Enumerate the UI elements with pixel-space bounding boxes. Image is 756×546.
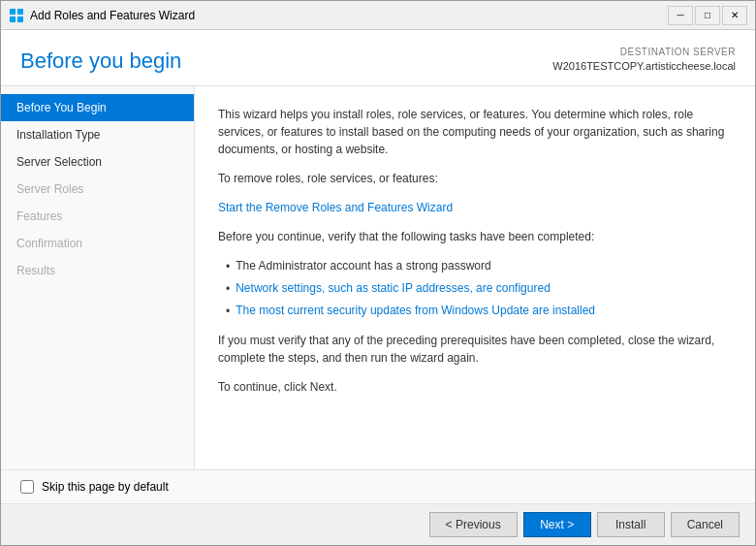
maximize-button[interactable]: □ (695, 6, 720, 25)
sidebar-item-server-roles: Server Roles (1, 176, 194, 203)
intro-paragraph: This wizard helps you install roles, rol… (218, 106, 732, 158)
continue-paragraph: To continue, click Next. (218, 378, 732, 396)
svg-rect-3 (17, 16, 23, 22)
remove-wizard-link[interactable]: Start the Remove Roles and Features Wiza… (218, 201, 453, 214)
skip-checkbox-label[interactable]: Skip this page by default (42, 480, 169, 494)
bullet-text-1: The Administrator account has a strong p… (236, 257, 490, 274)
bullet-text-2: Network settings, such as static IP addr… (236, 279, 551, 297)
page-title: Before you begin (20, 48, 181, 74)
list-item: • The Administrator account has a strong… (226, 257, 732, 275)
verify-close-paragraph: If you must verify that any of the prece… (218, 332, 732, 367)
sidebar-item-before-you-begin[interactable]: Before You Begin (1, 94, 194, 121)
sidebar: Before You Begin Installation Type Serve… (1, 86, 195, 469)
skip-checkbox-row: Skip this page by default (1, 470, 755, 503)
app-icon (9, 8, 24, 23)
bullet-dot-3: • (226, 303, 230, 320)
prerequisites-list: • The Administrator account has a strong… (226, 257, 732, 320)
sidebar-item-confirmation: Confirmation (1, 230, 194, 257)
list-item: • Network settings, such as static IP ad… (226, 279, 732, 298)
content-area: Before You Begin Installation Type Serve… (1, 86, 755, 469)
sidebar-item-results: Results (1, 257, 194, 284)
destination-name: W2016TESTCOPY.artisticcheese.local (552, 59, 736, 74)
svg-rect-0 (10, 9, 16, 15)
bullet-text-3: The most current security updates from W… (236, 302, 595, 319)
sidebar-item-features: Features (1, 203, 194, 230)
sidebar-item-server-selection[interactable]: Server Selection (1, 148, 194, 176)
verify-paragraph: Before you continue, verify that the fol… (218, 228, 732, 245)
footer-button-row: < Previous Next > Install Cancel (1, 503, 755, 545)
bullet-dot-2: • (226, 280, 230, 298)
title-bar: Add Roles and Features Wizard ─ □ ✕ (1, 1, 755, 30)
install-button[interactable]: Install (597, 512, 665, 537)
destination-label: DESTINATION SERVER (552, 46, 736, 59)
next-button[interactable]: Next > (523, 512, 591, 537)
window-title: Add Roles and Features Wizard (30, 9, 668, 22)
svg-rect-1 (17, 9, 23, 15)
minimize-button[interactable]: ─ (668, 6, 693, 25)
destination-server-info: DESTINATION SERVER W2016TESTCOPY.artisti… (552, 46, 736, 74)
bullet-dot-1: • (226, 258, 230, 275)
sidebar-item-installation-type[interactable]: Installation Type (1, 121, 194, 148)
close-button[interactable]: ✕ (722, 6, 747, 25)
wizard-header: Before you begin DESTINATION SERVER W201… (1, 30, 755, 86)
cancel-button[interactable]: Cancel (671, 512, 740, 537)
previous-button[interactable]: < Previous (429, 512, 518, 537)
wizard-window: Add Roles and Features Wizard ─ □ ✕ Befo… (0, 0, 756, 546)
svg-rect-2 (10, 16, 16, 22)
window-controls: ─ □ ✕ (668, 6, 747, 25)
remove-label: To remove roles, role services, or featu… (218, 170, 732, 187)
skip-page-checkbox[interactable] (20, 480, 34, 494)
wizard-footer: Skip this page by default < Previous Nex… (1, 469, 755, 545)
list-item: • The most current security updates from… (226, 302, 732, 320)
main-content-panel: This wizard helps you install roles, rol… (195, 86, 755, 469)
